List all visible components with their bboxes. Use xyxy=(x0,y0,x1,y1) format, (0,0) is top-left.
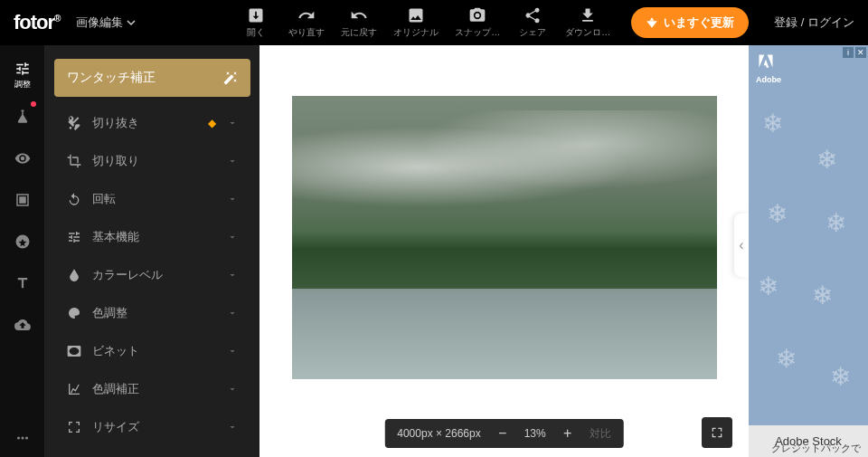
login-link[interactable]: 登録 / ログイン xyxy=(774,14,854,31)
nav-more[interactable] xyxy=(0,419,45,457)
wand-icon xyxy=(223,71,238,85)
chevron-down-icon xyxy=(227,384,238,395)
redo-button[interactable]: やり直す xyxy=(288,6,325,39)
toolbar: 開く やり直す 元に戻す オリジナル スナップ… シェア ダウンロ… xyxy=(240,6,610,39)
adjust-panel: ワンタッチ補正 切り抜き ◆ 切り取り 回転 基本機能 カラーレベル xyxy=(45,45,259,457)
image-dimensions: 4000px × 2666px xyxy=(397,427,480,440)
redo-icon xyxy=(297,6,316,24)
mode-dropdown[interactable]: 画像編集 xyxy=(76,14,136,31)
resize-icon xyxy=(67,420,81,434)
notification-dot xyxy=(31,101,36,107)
panel-crop[interactable]: 切り抜き ◆ xyxy=(54,104,250,142)
premium-badge: ◆ xyxy=(208,117,216,129)
panel-basic[interactable]: 基本機能 xyxy=(54,218,250,256)
svg-point-2 xyxy=(25,437,28,440)
panel-rotate[interactable]: 回転 xyxy=(54,180,250,218)
zoom-level: 13% xyxy=(524,427,546,440)
compare-button[interactable]: 対比 xyxy=(590,426,611,442)
expand-icon xyxy=(710,425,724,440)
nav-text[interactable] xyxy=(0,264,45,302)
camera-icon xyxy=(468,6,486,24)
tune-icon xyxy=(67,230,81,244)
nav-stickers[interactable] xyxy=(0,223,45,261)
image-preview xyxy=(292,96,717,379)
nav-frames[interactable] xyxy=(0,181,45,219)
droplet-icon xyxy=(67,268,81,282)
panel-color-level[interactable]: カラーレベル xyxy=(54,256,250,294)
chevron-down-icon xyxy=(127,18,136,27)
chevron-down-icon xyxy=(227,118,238,129)
ad-brand-logo: Adobe xyxy=(756,52,781,84)
crop-icon xyxy=(67,154,81,168)
panel-trim[interactable]: 切り取り xyxy=(54,142,250,180)
chevron-down-icon xyxy=(227,270,238,281)
status-bar: 4000px × 2666px − 13% + 対比 xyxy=(384,419,623,448)
chevron-down-icon xyxy=(227,308,238,319)
canvas-area[interactable]: 4000px × 2666px − 13% + 対比 ‹ xyxy=(259,45,749,457)
ad-info[interactable]: i xyxy=(843,47,854,58)
app-header: fotor® 画像編集 開く やり直す 元に戻す オリジナル スナップ… シェア xyxy=(0,0,868,45)
nav-beauty[interactable] xyxy=(0,139,45,177)
fullscreen-button[interactable] xyxy=(702,417,732,448)
scissors-icon xyxy=(67,116,81,130)
ad-product[interactable]: Adobe Stock クレジットパックで xyxy=(749,425,868,457)
undo-icon xyxy=(350,6,368,24)
chevron-down-icon xyxy=(227,346,238,357)
diamond-icon xyxy=(646,16,658,29)
star-icon xyxy=(14,233,31,250)
import-icon xyxy=(247,6,265,24)
download-button[interactable]: ダウンロ… xyxy=(565,6,610,39)
snap-button[interactable]: スナップ… xyxy=(455,6,500,39)
panel-resize[interactable]: リサイズ xyxy=(54,408,250,446)
image-icon xyxy=(407,6,425,24)
panel-color-adjust[interactable]: 色調整 xyxy=(54,294,250,332)
palette-icon xyxy=(67,306,81,320)
nav-effects[interactable] xyxy=(0,98,45,136)
svg-point-1 xyxy=(21,437,24,440)
nav-cloud[interactable] xyxy=(0,306,45,344)
one-tap-enhance[interactable]: ワンタッチ補正 xyxy=(54,59,250,97)
ad-sidebar: i ✕ Adobe ❄ ❄ ❄ ❄ ❄ ❄ ❄ ❄ Adobe Stock クレ… xyxy=(749,45,868,457)
chevron-down-icon xyxy=(227,232,238,243)
chevron-down-icon xyxy=(227,422,238,433)
nav-adjust[interactable]: 調整 xyxy=(0,56,45,94)
more-icon xyxy=(14,430,31,446)
zoom-in-button[interactable]: + xyxy=(559,424,577,443)
panel-vignette[interactable]: ビネット xyxy=(54,332,250,370)
text-icon xyxy=(14,275,31,291)
ad-close-button[interactable]: ✕ xyxy=(855,47,866,58)
nav-rail: 調整 xyxy=(0,45,45,457)
undo-button[interactable]: 元に戻す xyxy=(341,6,377,39)
open-button[interactable]: 開く xyxy=(240,6,272,39)
upgrade-button[interactable]: いますぐ更新 xyxy=(631,7,749,38)
flask-icon xyxy=(14,109,31,125)
eye-icon xyxy=(14,150,31,167)
rotate-icon xyxy=(67,192,81,206)
share-button[interactable]: シェア xyxy=(516,6,549,39)
cloud-upload-icon xyxy=(14,317,31,333)
collapse-ad-tab[interactable]: ‹ xyxy=(734,214,749,277)
app-logo[interactable]: fotor® xyxy=(14,11,60,34)
chevron-down-icon xyxy=(227,156,238,167)
svg-point-0 xyxy=(17,437,20,440)
frame-icon xyxy=(14,192,31,208)
download-icon xyxy=(579,6,597,24)
panel-curves[interactable]: 色調補正 xyxy=(54,370,250,408)
vignette-icon xyxy=(67,344,81,358)
chevron-down-icon xyxy=(227,194,238,205)
share-icon xyxy=(524,6,542,24)
original-button[interactable]: オリジナル xyxy=(393,6,439,39)
curve-icon xyxy=(67,382,81,396)
zoom-out-button[interactable]: − xyxy=(494,424,512,443)
sliders-icon xyxy=(14,61,31,77)
